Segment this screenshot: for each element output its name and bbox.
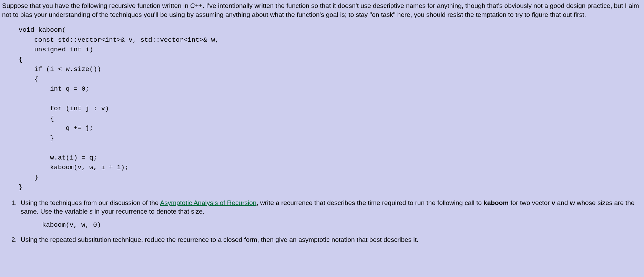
q1-text-pre: Using the techniques from our discussion… <box>21 199 160 206</box>
q1-call-code: kaboom(v, w, 0) <box>42 221 642 230</box>
q1-mid: and <box>555 199 570 206</box>
code-block: void kaboom( const std::vector<int>& v, … <box>19 25 642 192</box>
q1-after-kaboom: for two vector <box>509 199 552 206</box>
q1-text-postlink: , write a recurrence that describes the … <box>256 199 483 206</box>
q1-w: w <box>570 199 575 206</box>
intro-paragraph: Suppose that you have the following recu… <box>2 1 642 19</box>
q1-kaboom: kaboom <box>483 199 509 206</box>
q1-tail: in your recurrence to denote that size. <box>93 208 204 215</box>
question-1: Using the techniques from our discussion… <box>19 198 642 230</box>
q1-v: v <box>552 199 555 206</box>
asymptotic-analysis-link[interactable]: Asymptotic Analysis of Recursion <box>160 199 257 206</box>
q1-s: s <box>90 208 93 215</box>
question-2: Using the repeated substitution techniqu… <box>19 235 642 244</box>
question-list: Using the techniques from our discussion… <box>19 198 642 244</box>
